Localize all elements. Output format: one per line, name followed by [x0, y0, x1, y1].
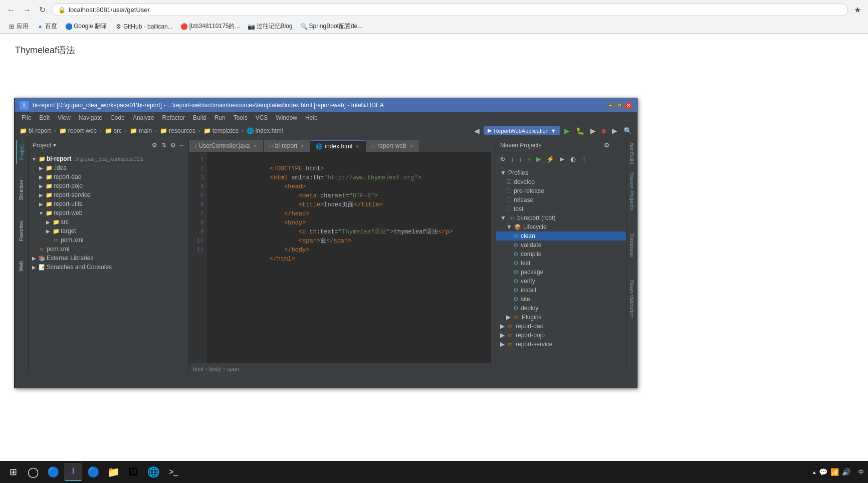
maven-download-docs-btn[interactable]: ↓: [517, 154, 525, 164]
tree-item-scratches[interactable]: ▶ 📝 Scratches and Consoles: [29, 263, 188, 272]
breadcrumb-resources[interactable]: 📁 resources: [158, 126, 197, 135]
maven-profile-test[interactable]: ☐ test: [496, 204, 626, 213]
maven-plugins[interactable]: ▶ m Plugins: [496, 313, 626, 322]
tree-item-report-dao[interactable]: ▶ 📁 report-dao: [29, 172, 188, 181]
bookmark-github[interactable]: ⚙ GitHub - bailican...: [112, 22, 176, 31]
maven-show-diagram-btn[interactable]: ◐: [568, 154, 578, 164]
menu-help[interactable]: Help: [301, 112, 322, 123]
tree-item-report-service[interactable]: ▶ 📁 report-service: [29, 190, 188, 199]
maven-site[interactable]: ⚙ site: [496, 295, 626, 304]
tab-report-web[interactable]: m report-web ✕: [366, 140, 420, 152]
back-nav-btn[interactable]: ◀: [472, 126, 482, 136]
bookmark-lzb[interactable]: 🔴 [lzb348110175的...: [178, 21, 243, 32]
tray-chat[interactable]: 💬: [819, 468, 827, 476]
panel-minimize-btn[interactable]: −: [179, 141, 184, 150]
maven-compile[interactable]: ⚙ compile: [496, 250, 626, 259]
tree-item-bi-report[interactable]: ▼ 📁 bi-report D:\gupao_idea_workspace01\…: [29, 154, 188, 163]
maven-report-service[interactable]: ▶ m report-service: [496, 340, 626, 349]
close-button[interactable]: ✕: [625, 102, 632, 109]
maven-test[interactable]: ⚙ test: [496, 259, 626, 268]
structure-tab[interactable]: Structure: [17, 176, 26, 204]
maven-skip-tests-btn[interactable]: ⚡: [544, 154, 556, 164]
breadcrumb-main[interactable]: 📁 main: [128, 126, 154, 135]
maven-profiles[interactable]: ▼ Profiles: [496, 168, 626, 177]
taskbar-photos[interactable]: 🖼: [124, 463, 142, 481]
tree-item-report-web[interactable]: ▼ 📁 report-web: [29, 208, 188, 217]
maven-validate[interactable]: ⚙ validate: [496, 240, 626, 250]
editor-scrollbar[interactable]: [491, 152, 496, 363]
taskbar-terminal[interactable]: >_: [164, 463, 182, 481]
tree-item-src[interactable]: ▶ 📁 src: [29, 217, 188, 226]
maven-deploy[interactable]: ⚙ deploy: [496, 304, 626, 313]
taskbar-clock[interactable]: 中: [858, 468, 864, 476]
breadcrumb-html[interactable]: html: [193, 366, 203, 372]
back-button[interactable]: ←: [5, 4, 17, 17]
tab-close-btn[interactable]: ✕: [252, 143, 258, 149]
search-everywhere-btn[interactable]: 🔍: [621, 126, 634, 136]
address-bar[interactable]: 🔒 localhost:8081/user/getUser: [52, 4, 848, 16]
menu-navigate[interactable]: Navigate: [75, 112, 106, 123]
menu-edit[interactable]: Edit: [35, 112, 54, 123]
refresh-button[interactable]: ↻: [37, 3, 48, 17]
maven-report-dao[interactable]: ▶ m report-dao: [496, 322, 626, 331]
bookmark-star-button[interactable]: ★: [852, 3, 863, 17]
menu-file[interactable]: File: [18, 112, 35, 123]
maven-run-btn[interactable]: ▶: [534, 154, 543, 164]
menu-code[interactable]: Code: [106, 112, 129, 123]
bean-validation-tab[interactable]: Bean Validation: [628, 276, 636, 322]
tree-item-pom-web[interactable]: m pom.xml: [29, 235, 188, 245]
tree-item-target[interactable]: ▶ 📁 target: [29, 226, 188, 235]
panel-title[interactable]: Project ▾: [33, 142, 149, 149]
maven-settings-btn[interactable]: ⚙: [602, 140, 612, 150]
build-project-btn[interactable]: ▶: [610, 126, 619, 136]
maven-verify[interactable]: ⚙ verify: [496, 277, 626, 286]
breadcrumb-templates[interactable]: 📁 templates: [201, 126, 241, 135]
tray-network[interactable]: 📶: [830, 468, 839, 476]
favorites-tab[interactable]: Favorites: [17, 216, 26, 245]
tray-volume[interactable]: 🔊: [842, 468, 850, 476]
maven-refresh-btn[interactable]: ↻: [498, 154, 508, 164]
maven-lifecycle[interactable]: ▼ 📦 Lifecycle: [496, 222, 626, 231]
breadcrumb-body[interactable]: body: [209, 366, 221, 372]
tab-close-btn[interactable]: ✕: [299, 143, 305, 149]
breadcrumb-bi-report[interactable]: 📁 bi-report: [18, 126, 53, 135]
stop-btn[interactable]: ■: [600, 126, 608, 136]
menu-analyze[interactable]: Analyze: [129, 112, 158, 123]
ant-build-tab[interactable]: Ant Build: [628, 138, 636, 168]
tree-item-report-utils[interactable]: ▶ 📁 report-utils: [29, 199, 188, 208]
breadcrumb-src[interactable]: 📁 src: [103, 126, 124, 135]
maven-bi-report-root[interactable]: ▼ m bi-report (root): [496, 213, 626, 222]
menu-vcs[interactable]: VCS: [252, 112, 272, 123]
tree-item-idea[interactable]: ▶ 📁 .idea: [29, 163, 188, 172]
taskbar-chrome2[interactable]: 🔵: [84, 463, 102, 481]
maven-profile-prerelease[interactable]: ☐ pre-release: [496, 186, 626, 195]
maven-package[interactable]: ⚙ package: [496, 268, 626, 277]
taskbar-explorer[interactable]: 📁: [104, 463, 122, 481]
breadcrumb-span[interactable]: span: [227, 366, 239, 372]
maven-profile-develop[interactable]: ☑ develop: [496, 177, 626, 186]
minimize-button[interactable]: −: [607, 102, 614, 109]
taskbar-app7[interactable]: 🌐: [144, 463, 162, 481]
forward-button[interactable]: →: [21, 4, 33, 17]
bookmark-apps[interactable]: ⊞ 应用: [5, 21, 32, 32]
code-area[interactable]: <!DOCTYPE html> <html xmlns:th="http://w…: [207, 152, 491, 363]
maven-collapse-btn[interactable]: −: [614, 140, 622, 150]
tab-close-btn[interactable]: ✕: [408, 143, 414, 149]
web-tab[interactable]: Web: [17, 257, 26, 275]
maven-download-sources-btn[interactable]: ↓: [509, 154, 516, 164]
panel-sort-btn[interactable]: ⇅: [160, 141, 167, 150]
taskbar-idea[interactable]: I: [64, 463, 82, 481]
bookmark-google-translate[interactable]: 🔵 Google 翻译: [62, 21, 110, 32]
debug-btn[interactable]: 🐛: [574, 126, 586, 136]
bookmark-memory-blog[interactable]: 📷 过往记忆Blog: [245, 21, 296, 32]
bookmark-baidu[interactable]: ● 百度: [34, 21, 60, 32]
tree-item-pom-root[interactable]: m pom.xml: [29, 245, 188, 254]
maven-add-btn[interactable]: +: [525, 154, 533, 164]
start-button[interactable]: ⊞: [4, 463, 22, 481]
menu-window[interactable]: Window: [272, 112, 301, 123]
tab-close-btn[interactable]: ✕: [354, 144, 360, 149]
taskbar-chrome[interactable]: 🔵: [44, 463, 62, 481]
panel-gear-btn[interactable]: ⚙: [169, 141, 177, 150]
coverage-btn[interactable]: ▶: [588, 126, 598, 136]
maven-report-pojo[interactable]: ▶ m report-pojo: [496, 331, 626, 340]
